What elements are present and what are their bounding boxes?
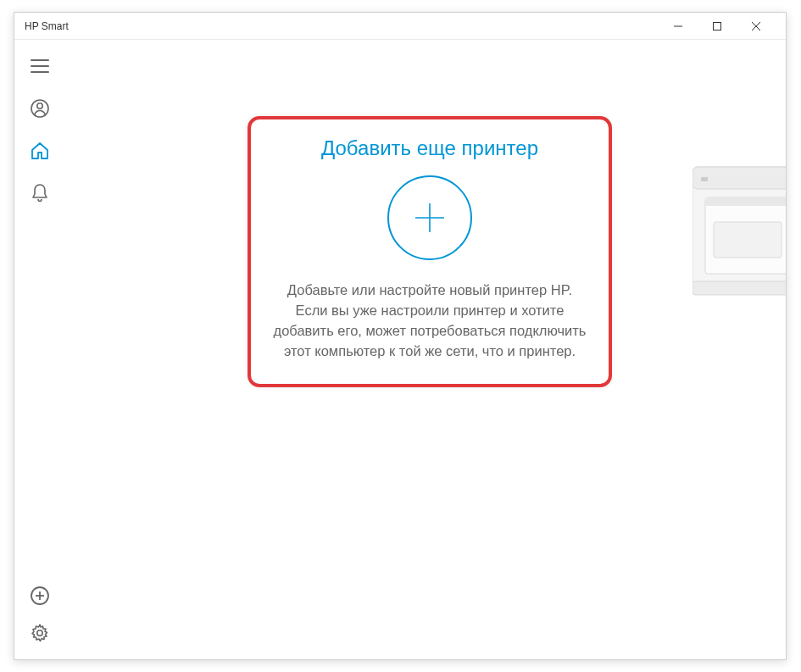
gear-icon (30, 623, 50, 643)
svg-rect-20 (693, 281, 786, 295)
hamburger-button[interactable] (29, 55, 51, 77)
account-icon (30, 98, 50, 119)
card-title: Добавить еще принтер (321, 136, 538, 160)
home-button[interactable] (29, 140, 51, 162)
svg-rect-1 (714, 22, 721, 30)
svg-rect-18 (705, 197, 786, 206)
close-button[interactable] (737, 13, 776, 40)
main-area: Добавить еще принтер Добавьте или настро… (65, 40, 786, 659)
window-title: HP Smart (25, 20, 69, 32)
notifications-button[interactable] (29, 182, 51, 204)
svg-rect-19 (714, 222, 782, 258)
svg-rect-21 (701, 177, 708, 181)
printer-icon (693, 150, 786, 319)
card-description: Добавьте или настройте новый принтер HP.… (273, 280, 587, 362)
sidebar-bottom (14, 585, 65, 644)
hamburger-icon (31, 58, 49, 75)
app-window: HP Smart (14, 12, 787, 660)
close-icon (752, 22, 760, 31)
svg-point-12 (37, 630, 42, 636)
printer-image[interactable] (693, 150, 786, 319)
content-area: Добавить еще принтер Добавьте или настро… (14, 40, 786, 659)
plus-circle-icon (30, 586, 50, 606)
sidebar-top (14, 55, 65, 585)
maximize-button[interactable] (698, 13, 737, 40)
minimize-button[interactable] (659, 13, 698, 40)
titlebar: HP Smart (14, 13, 786, 40)
window-controls (659, 13, 776, 40)
add-button[interactable] (29, 585, 51, 607)
settings-button[interactable] (29, 622, 51, 644)
bell-icon (31, 183, 49, 203)
add-printer-card[interactable]: Добавить еще принтер Добавьте или настро… (248, 116, 612, 387)
minimize-icon (674, 22, 682, 31)
add-printer-plus-button[interactable] (387, 175, 472, 260)
sidebar (14, 40, 65, 659)
maximize-icon (713, 22, 721, 31)
svg-point-8 (37, 103, 42, 108)
account-button[interactable] (29, 97, 51, 119)
home-icon (30, 141, 50, 161)
plus-icon (409, 197, 451, 239)
